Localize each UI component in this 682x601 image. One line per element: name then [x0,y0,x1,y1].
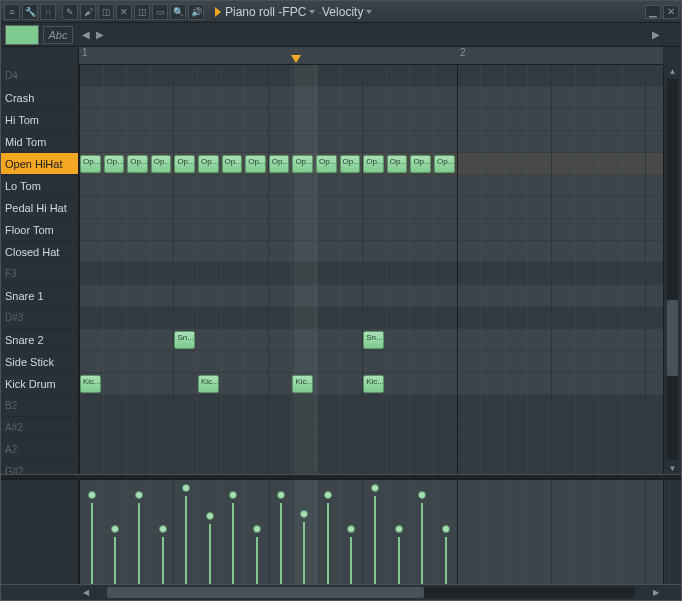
mute-icon[interactable]: ✕ [116,4,132,20]
note[interactable]: Kic... [363,375,384,393]
velocity-handle[interactable] [159,525,167,533]
velocity-handle[interactable] [371,484,379,492]
control-mode[interactable]: Velocity [322,5,363,19]
note[interactable]: Op... [104,155,125,173]
menu-icon[interactable]: ≡ [4,4,20,20]
note[interactable]: Op... [174,155,195,173]
note[interactable]: Sn... [363,331,384,349]
note[interactable]: Op... [80,155,101,173]
note[interactable]: Op... [387,155,408,173]
velocity-bar[interactable] [280,503,282,584]
nav-end-icon[interactable]: ▶ [649,28,663,42]
velocity-handle[interactable] [206,512,214,520]
channel-name[interactable]: FPC [282,5,306,19]
abc-toggle[interactable]: Abc [43,26,73,44]
velocity-handle[interactable] [347,525,355,533]
note[interactable]: Op... [245,155,266,173]
key-d#3[interactable]: D#3 [1,307,78,329]
key-floor-tom[interactable]: Floor Tom [1,219,78,241]
note[interactable]: Op... [340,155,361,173]
key-open-hihat[interactable]: Open HiHat [1,153,78,175]
vertical-scrollbar[interactable]: ▲ ▼ [663,65,681,474]
velocity-bar[interactable] [232,503,234,584]
velocity-handle[interactable] [442,525,450,533]
note[interactable]: Op... [316,155,337,173]
note[interactable]: Sn... [174,331,195,349]
key-f3[interactable]: F3 [1,263,78,285]
key-a#2[interactable]: A#2 [1,417,78,439]
velocity-bar[interactable] [350,537,352,584]
velocity-bar[interactable] [374,496,376,584]
velocity-bar[interactable] [114,537,116,584]
key-snare-2[interactable]: Snare 2 [1,329,78,351]
key-pedal-hi-hat[interactable]: Pedal Hi Hat [1,197,78,219]
velocity-handle[interactable] [277,491,285,499]
velocity-bar[interactable] [445,537,447,584]
note[interactable]: Op... [363,155,384,173]
horizontal-scrollbar[interactable] [107,587,635,598]
note[interactable]: Op... [127,155,148,173]
note[interactable]: Op... [222,155,243,173]
key-d4[interactable]: D4 [1,65,78,87]
velocity-handle[interactable] [418,491,426,499]
key-hi-tom[interactable]: Hi Tom [1,109,78,131]
velocity-handle[interactable] [395,525,403,533]
key-closed-hat[interactable]: Closed Hat [1,241,78,263]
velocity-bar[interactable] [256,537,258,584]
play-tool-icon[interactable]: 🔊 [188,4,204,20]
scroll-right-icon[interactable]: ▶ [649,585,663,600]
key-b2[interactable]: B2 [1,395,78,417]
note[interactable]: Kic... [292,375,313,393]
erase-icon[interactable]: ◫ [98,4,114,20]
velocity-handle[interactable] [229,491,237,499]
scroll-thumb-h[interactable] [107,587,424,598]
zoom-icon[interactable]: 🔍 [170,4,186,20]
slice-icon[interactable]: ◫ [134,4,150,20]
magnet-icon[interactable]: ∩ [40,4,56,20]
velocity-handle[interactable] [253,525,261,533]
key-lo-tom[interactable]: Lo Tom [1,175,78,197]
velocity-bar[interactable] [185,496,187,584]
note[interactable]: Op... [434,155,455,173]
note[interactable]: Op... [151,155,172,173]
close-button[interactable]: ✕ [663,5,679,19]
velocity-handle[interactable] [135,491,143,499]
minimize-button[interactable]: ▁ [645,5,661,19]
note[interactable]: Kic... [80,375,101,393]
velocity-bar[interactable] [138,503,140,584]
playhead-marker[interactable] [291,55,301,63]
mode-dropdown-icon[interactable] [365,8,373,16]
note[interactable]: Op... [269,155,290,173]
nav-prev-icon[interactable]: ◀ [79,28,93,42]
velocity-handle[interactable] [182,484,190,492]
velocity-bar[interactable] [327,503,329,584]
velocity-bar[interactable] [162,537,164,584]
key-a2[interactable]: A2 [1,439,78,461]
note[interactable]: Op... [198,155,219,173]
velocity-handle[interactable] [300,510,308,518]
velocity-handle[interactable] [111,525,119,533]
brush-icon[interactable]: 🖌 [80,4,96,20]
timeline-ruler[interactable]: 12 [79,47,663,65]
note[interactable]: Op... [292,155,313,173]
note-color-swatch[interactable] [5,25,39,45]
velocity-bar[interactable] [209,524,211,584]
key-snare-1[interactable]: Snare 1 [1,285,78,307]
note[interactable]: Op... [410,155,431,173]
velocity-handle[interactable] [324,491,332,499]
velocity-bar[interactable] [398,537,400,584]
key-mid-tom[interactable]: Mid Tom [1,131,78,153]
note-grid[interactable]: Op...Op...Op...Op...Op...Op...Op...Op...… [79,65,663,474]
key-g#2[interactable]: G#2 [1,461,78,474]
wrench-icon[interactable]: 🔧 [22,4,38,20]
channel-dropdown-icon[interactable] [308,8,316,16]
key-side-stick[interactable]: Side Stick [1,351,78,373]
scroll-down-icon[interactable]: ▼ [664,462,681,474]
velocity-bar[interactable] [421,503,423,584]
scroll-thumb-v[interactable] [667,300,678,376]
key-crash[interactable]: Crash [1,87,78,109]
nav-next-icon[interactable]: ▶ [93,28,107,42]
scroll-left-icon[interactable]: ◀ [79,585,93,600]
note[interactable]: Kic... [198,375,219,393]
velocity-handle[interactable] [88,491,96,499]
